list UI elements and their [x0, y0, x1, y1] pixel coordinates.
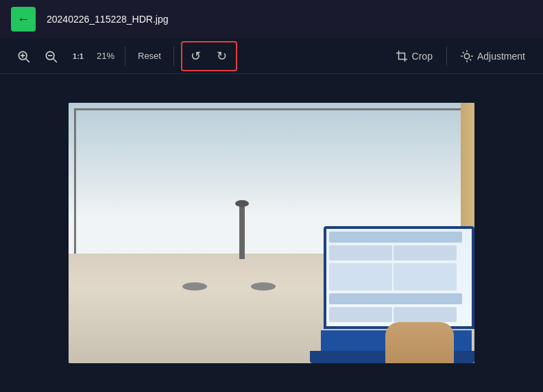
laptop-screen-content — [326, 229, 472, 326]
divider-3 — [446, 47, 447, 66]
screen-content-tall-1 — [329, 263, 392, 291]
redo-icon: ↻ — [217, 49, 227, 64]
divider-2 — [173, 47, 174, 66]
zoom-reset-button[interactable]: 1:1 — [66, 44, 90, 69]
hands — [385, 322, 454, 363]
screen-content-item-4 — [394, 307, 457, 322]
adjustment-button[interactable]: Adjustment — [454, 46, 532, 66]
back-arrow-icon: ← — [17, 13, 29, 25]
screen-content-item-2 — [394, 245, 457, 260]
crop-button[interactable]: Crop — [389, 46, 439, 66]
zoom-in-icon — [16, 49, 30, 63]
image-container — [69, 103, 474, 363]
main-image-area — [0, 74, 543, 392]
reset-button[interactable]: Reset — [132, 48, 167, 64]
disk-left — [182, 282, 207, 291]
screen-content-item-3 — [329, 307, 392, 322]
adjustment-icon — [461, 50, 473, 62]
undo-redo-group: ↺ ↻ — [181, 41, 237, 71]
title-bar: ← 20240226_115228_HDR.jpg — [0, 0, 543, 38]
screen-content-item-1 — [329, 245, 392, 260]
zoom-out-icon — [44, 49, 58, 63]
laptop-screen — [324, 226, 474, 329]
undo-icon: ↺ — [191, 49, 201, 64]
crop-icon — [396, 50, 408, 62]
photo-background — [69, 103, 474, 363]
redo-button[interactable]: ↻ — [210, 44, 234, 69]
adjustment-label: Adjustment — [477, 51, 525, 62]
back-button[interactable]: ← — [11, 7, 36, 32]
camera-stand — [239, 204, 245, 259]
zoom-percent: 21% — [93, 51, 118, 61]
svg-point-7 — [464, 53, 470, 59]
crop-label: Crop — [412, 51, 433, 62]
screen-content-tall-2 — [394, 263, 457, 291]
disk-right — [251, 282, 276, 291]
svg-line-5 — [53, 58, 57, 62]
zoom-out-button[interactable] — [38, 44, 63, 69]
svg-line-1 — [26, 58, 29, 62]
camera-stand-top — [235, 200, 249, 207]
screen-content-bar-1 — [329, 232, 462, 243]
toolbar: 1:1 21% Reset ↺ ↻ Crop — [0, 38, 543, 74]
divider-1 — [125, 47, 125, 66]
file-name: 20240226_115228_HDR.jpg — [47, 14, 168, 25]
screen-content-bar-2 — [329, 293, 462, 304]
zoom-reset-label: 1:1 — [73, 52, 84, 60]
svg-line-10 — [463, 52, 463, 53]
zoom-in-button[interactable] — [11, 44, 36, 69]
undo-button[interactable]: ↺ — [184, 44, 208, 69]
svg-line-11 — [470, 59, 471, 60]
